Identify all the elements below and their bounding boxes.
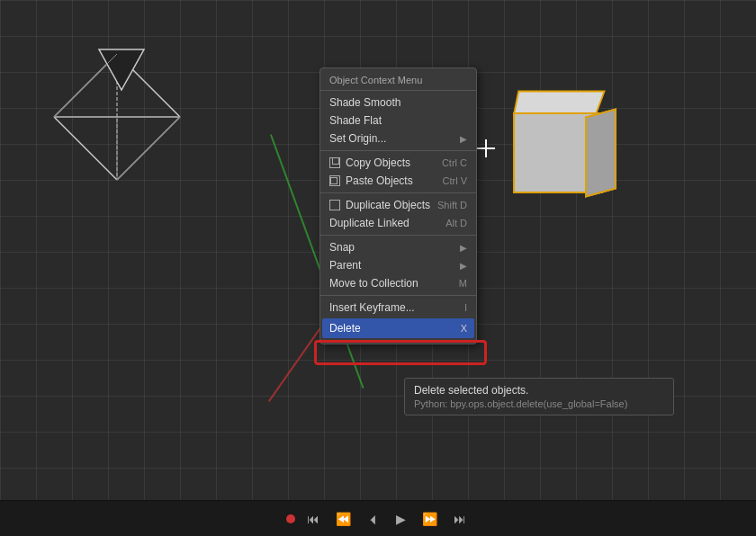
separator-1 (320, 150, 476, 151)
jump-end-button[interactable]: ⏭ (449, 509, 471, 529)
menu-item-set-origin[interactable]: Set Origin... ▶ (320, 130, 476, 147)
delete-shortcut: X (461, 323, 467, 334)
menu-item-delete[interactable]: Delete X (322, 318, 474, 338)
menu-item-parent[interactable]: Parent ▶ (320, 256, 476, 274)
menu-item-snap[interactable]: Snap ▶ (320, 238, 476, 256)
duplicate-linked-shortcut: Alt D (446, 218, 467, 228)
shade-flat-label: Shade Flat (329, 114, 382, 127)
menu-item-shade-smooth[interactable]: Shade Smooth (320, 94, 476, 112)
menu-item-move-to-collection[interactable]: Move to Collection M (320, 274, 476, 292)
record-indicator (286, 514, 295, 523)
duplicate-objects-label: Duplicate Objects (346, 199, 430, 211)
step-forward-button[interactable]: ⏩ (418, 509, 442, 529)
tooltip-description: Delete selected objects. (414, 384, 664, 397)
copy-objects-shortcut: Ctrl C (442, 157, 467, 168)
step-back-button[interactable]: ⏴ (363, 509, 384, 529)
viewport[interactable]: Object Context Menu Shade Smooth Shade F… (0, 0, 756, 500)
jump-start-button[interactable]: ⏮ (302, 509, 324, 529)
play-button[interactable]: ▶ (392, 509, 410, 529)
tooltip-python: Python: bpy.ops.object.delete(use_global… (414, 398, 664, 409)
parent-arrow: ▶ (460, 261, 467, 271)
separator-4 (320, 295, 476, 296)
crosshair (477, 139, 495, 157)
svg-line-7 (54, 54, 117, 117)
tooltip: Delete selected objects. Python: bpy.ops… (404, 378, 674, 415)
menu-item-shade-flat[interactable]: Shade Flat (320, 112, 476, 130)
cube-face-right (585, 108, 616, 197)
duplicate-icon (329, 200, 340, 210)
snap-label: Snap (329, 241, 355, 254)
insert-keyframe-shortcut: I (464, 302, 467, 313)
move-to-collection-shortcut: M (459, 278, 467, 289)
set-origin-label: Set Origin... (329, 132, 386, 145)
parent-label: Parent (329, 259, 361, 272)
separator-2 (320, 192, 476, 193)
jump-back-button[interactable]: ⏪ (331, 509, 356, 529)
copy-icon (329, 157, 340, 168)
wireframe-object (27, 45, 207, 210)
snap-arrow: ▶ (460, 243, 467, 253)
context-menu: Object Context Menu Shade Smooth Shade F… (320, 67, 477, 344)
svg-marker-6 (99, 49, 144, 90)
move-to-collection-label: Move to Collection (329, 277, 418, 290)
menu-item-insert-keyframe[interactable]: Insert Keyframe... I (320, 299, 476, 317)
bottom-toolbar: ⏮ ⏪ ⏴ ▶ ⏩ ⏭ (0, 500, 756, 536)
delete-label: Delete (329, 322, 361, 335)
menu-item-duplicate-objects[interactable]: Duplicate Objects Shift D (320, 196, 476, 214)
cube-object (495, 90, 621, 207)
paste-objects-shortcut: Ctrl V (443, 175, 468, 186)
svg-line-2 (54, 117, 117, 180)
menu-title: Object Context Menu (320, 72, 476, 91)
svg-line-8 (117, 117, 180, 180)
menu-item-paste-objects[interactable]: Paste Objects Ctrl V (320, 172, 476, 190)
shade-smooth-label: Shade Smooth (329, 96, 400, 109)
duplicate-objects-shortcut: Shift D (437, 200, 467, 210)
separator-3 (320, 235, 476, 236)
paste-objects-label: Paste Objects (346, 174, 413, 187)
menu-item-copy-objects[interactable]: Copy Objects Ctrl C (320, 154, 476, 172)
set-origin-arrow: ▶ (460, 134, 467, 144)
insert-keyframe-label: Insert Keyframe... (329, 301, 415, 314)
duplicate-linked-label: Duplicate Linked (329, 217, 410, 229)
copy-objects-label: Copy Objects (346, 156, 410, 169)
menu-item-duplicate-linked[interactable]: Duplicate Linked Alt D (320, 214, 476, 232)
paste-icon (329, 175, 340, 186)
